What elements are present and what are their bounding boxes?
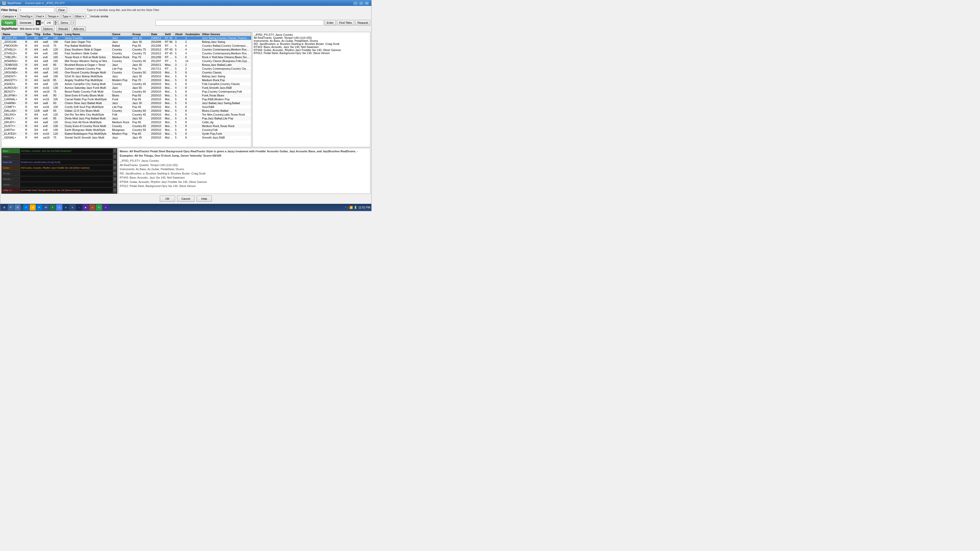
track-button-2[interactable]: Piano B1 xyxy=(2,160,20,165)
song-search-input[interactable] xyxy=(156,20,324,25)
app2-icon[interactable]: R xyxy=(96,204,102,210)
track-button-4[interactable]: Strings -- xyxy=(2,171,20,176)
help-button[interactable]: Help xyxy=(197,196,212,202)
track-scroll-6[interactable]: ≡ xyxy=(113,183,117,187)
media-icon[interactable]: ▶ xyxy=(83,204,89,210)
tempo-down-button[interactable]: ▼ xyxy=(54,23,57,25)
table-row[interactable]: _ASHES+R4/4sw8120Ashes Campfire Ctry Swi… xyxy=(2,82,251,86)
col-header-genre[interactable]: Genre xyxy=(111,32,131,36)
options-button[interactable]: Options xyxy=(41,27,55,31)
track-scroll-7[interactable]: ≡ xyxy=(113,188,117,192)
demo-button[interactable]: Demo xyxy=(59,20,70,25)
table-row[interactable]: _PMODGR+R4/4ev1675Pop Ballad MultiStyleB… xyxy=(2,44,251,48)
tempo-up-button[interactable]: ▲ xyxy=(54,20,57,23)
col-header-longname[interactable]: Long Name xyxy=(64,32,111,36)
col-header-instr[interactable]: #Instr xyxy=(174,32,184,36)
table-row[interactable]: _STHSLD+R4/4ev8165Fast Southern Slide Gu… xyxy=(2,52,251,56)
demo-extra-button[interactable]: + xyxy=(72,20,76,25)
track-button-7[interactable]: Utility #1 -- xyxy=(2,188,20,192)
excel-icon[interactable]: X xyxy=(49,204,56,210)
table-row[interactable]: _JFRD_PSR4/4sw8140Jazzy CountryJazzJazz … xyxy=(2,36,251,40)
track-scroll-0[interactable]: ≡ xyxy=(113,149,117,153)
feel-dropdown[interactable]: Feel ▼ xyxy=(35,14,45,19)
col-header-othergenres[interactable]: Other Genres xyxy=(201,32,251,36)
search-button[interactable]: 🔍 xyxy=(8,204,14,210)
table-row[interactable]: _DRURY+R4/4sw8120Drury Irish Alt Rock Mu… xyxy=(2,121,251,124)
word-icon[interactable]: W xyxy=(43,204,49,210)
other-dropdown[interactable]: Other ▼ xyxy=(73,14,85,19)
request-button[interactable]: Request xyxy=(355,20,370,25)
table-row[interactable]: _JZOG190R4/4sw8190Fast Jazz Organ TrioJa… xyxy=(2,40,251,44)
chrome-icon[interactable]: G xyxy=(56,204,62,210)
table-row[interactable]: _CHARM+R4/4sw860Charm Slow Jazz Ballad M… xyxy=(2,101,251,105)
close-button[interactable]: ✕ xyxy=(364,1,369,5)
track-button-1[interactable]: Piano -- xyxy=(2,154,20,159)
track-button-5[interactable]: Melody --- xyxy=(2,177,20,181)
table-row[interactable]: _DIMLY+R4/4ev885Dimly Mod Jazz Pop Balla… xyxy=(2,117,251,121)
col-header-type[interactable]: Type xyxy=(24,32,33,36)
explorer-icon[interactable]: 📁 xyxy=(30,204,36,210)
table-row[interactable]: _DELRIO+R4/4ev8120Del Rio Tex-Mex Ctry M… xyxy=(2,113,251,117)
table-row[interactable]: _CARNAL+R4/4ev16105Carnal Radio Pop Funk… xyxy=(2,97,251,101)
col-header-substyles[interactable]: #substyles xyxy=(184,32,201,36)
cancel-button[interactable]: Cancel xyxy=(177,196,194,202)
table-row[interactable]: _ELATED+R4/4ev16120Elated Bubblegum Pop … xyxy=(2,132,251,136)
col-header-name[interactable]: Name xyxy=(2,32,24,36)
table-row[interactable]: _DURHAMR4/4ev16110Durham Upbeat Country … xyxy=(2,67,251,71)
include-similar-checkbox[interactable] xyxy=(86,15,90,18)
timesig-dropdown[interactable]: TimeSig ▼ xyxy=(19,14,34,19)
edge-icon[interactable]: e xyxy=(23,204,29,210)
table-row[interactable]: _DALLAS+R12/8sw865Dallas 12-8 Ctry Blues… xyxy=(2,109,251,113)
app1-icon[interactable]: A xyxy=(89,204,95,210)
mail-icon[interactable]: ✉ xyxy=(36,204,42,210)
addons-button[interactable]: Add-ons xyxy=(72,27,86,31)
table-row[interactable]: _EARTH+R3/4ev8140Earth Bluegrass Waltz M… xyxy=(2,128,251,132)
table-row[interactable]: _1ROUND+R4/4sw8140One Round Country Boog… xyxy=(2,71,251,75)
bb2-icon[interactable]: B xyxy=(69,204,76,210)
bb-icon[interactable]: B xyxy=(63,204,69,210)
track-scroll-5[interactable]: ≡ xyxy=(113,177,117,181)
table-row[interactable]: _WSWING+R4/4sw8165Mid Tempo Western Swin… xyxy=(2,59,251,63)
track-scroll-3[interactable]: ≡ xyxy=(113,165,117,170)
play-button[interactable]: ▶ xyxy=(36,20,41,25)
table-row[interactable]: _ANGSTY+R4/4sw1685Angsty Youthful Pop Mu… xyxy=(2,78,251,82)
track-button-6[interactable]: Soloist --- xyxy=(2,183,20,187)
category-dropdown[interactable]: Category ▼ xyxy=(1,14,18,19)
tempo-dropdown[interactable]: Tempo ▼ xyxy=(47,14,60,19)
table-row[interactable]: _STHSL2+R4/4ev8120Easy Southern Slide & … xyxy=(2,48,251,52)
col-header-set[interactable]: Set# xyxy=(164,32,174,36)
save-sty-button[interactable]: Save as .STY xyxy=(26,194,45,194)
bb3-icon[interactable]: ♪ xyxy=(76,204,82,210)
table-row[interactable]: _GENIAL+R4/4sw1675Genial Sw16 Smooth Jaz… xyxy=(2,136,251,140)
col-header-tempo[interactable]: Tempo xyxy=(52,32,64,36)
table-row[interactable]: _TENBOSSR4/4ev885Brushed Bossa w Organ +… xyxy=(2,63,251,67)
app3-icon[interactable]: S xyxy=(103,204,109,210)
type-dropdown[interactable]: Type ▼ xyxy=(61,14,73,19)
col-header-evsw[interactable]: EvSw xyxy=(42,32,52,36)
col-header-tsig[interactable]: TSig xyxy=(33,32,42,36)
table-row[interactable]: _TXBLZR+R4/4ev8165Texas Rock n' Roll w/ … xyxy=(2,56,251,59)
rebuild-button[interactable]: Rebuild xyxy=(56,27,69,31)
minimize-button[interactable]: ─ xyxy=(353,1,358,5)
track-button-3[interactable]: Guitar -- xyxy=(2,165,20,170)
style-table-container[interactable]: Name Type TSig EvSw Tempo Long Name Genr… xyxy=(1,32,251,147)
track-button-0[interactable]: Bass -- xyxy=(2,149,20,153)
enter-button[interactable]: Enter xyxy=(325,20,336,25)
col-header-date[interactable]: Date xyxy=(150,32,164,36)
filter-input[interactable] xyxy=(19,7,54,13)
ok-button[interactable]: OK xyxy=(160,196,175,202)
table-row[interactable]: _BESOT+R4/4sw1675Besot Radio Country Fol… xyxy=(2,90,251,94)
table-row[interactable]: _COMFY+R4/4ev16100Comfy Soft Soul Pop Mu… xyxy=(2,105,251,109)
table-row[interactable]: _AUROUS+R4/4ev16130Aurous Saturday Jazz … xyxy=(2,86,251,90)
track-scroll-2[interactable]: ≡ xyxy=(113,160,117,165)
maximize-button[interactable]: □ xyxy=(359,1,364,5)
task-view-button[interactable]: ⧉ xyxy=(14,204,21,210)
table-row[interactable]: _BLUFNK+R4/4ev890Slow Even-8 Funky Blues… xyxy=(2,94,251,97)
track-scroll-1[interactable]: ≡ xyxy=(113,154,117,159)
track-scroll-4[interactable]: ≡ xyxy=(113,171,117,176)
apply-button[interactable]: Apply xyxy=(1,20,16,26)
clear-filter-button[interactable]: Clear xyxy=(56,7,67,13)
generate-button[interactable]: Generate xyxy=(18,20,34,26)
tempo-input[interactable] xyxy=(45,20,53,25)
clear-tracks-button[interactable]: Clear xyxy=(16,194,25,194)
